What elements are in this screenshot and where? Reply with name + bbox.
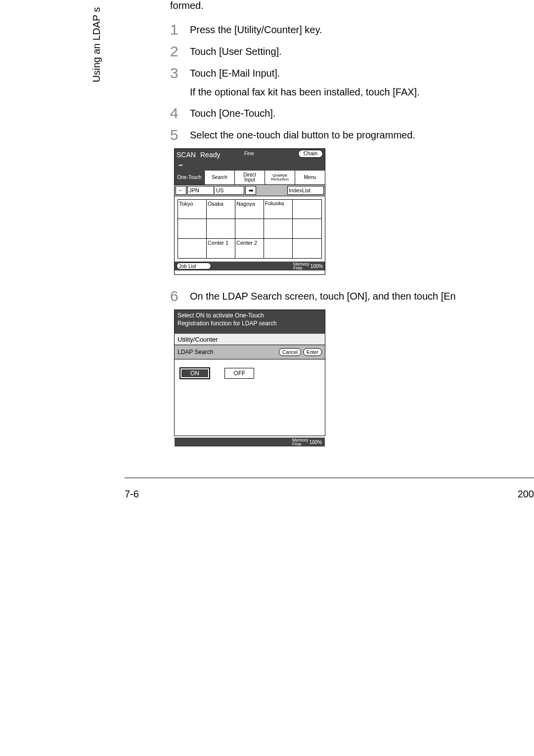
- step-text: On the LDAP Search screen, touch [ON], a…: [190, 288, 456, 302]
- one-touch-cell[interactable]: [235, 219, 264, 238]
- memory-free-value: 100%: [310, 264, 323, 269]
- tab-quality-reduction[interactable]: Quality& Reduction: [265, 171, 295, 184]
- tab-search[interactable]: Search: [205, 171, 235, 184]
- dash-indicator: –: [178, 161, 183, 170]
- tab-one-touch[interactable]: One-Touch: [175, 171, 205, 184]
- step-number: 6: [170, 288, 190, 305]
- one-touch-cell[interactable]: [264, 219, 293, 238]
- one-touch-cell[interactable]: Nagoya: [235, 200, 264, 219]
- utility-counter-label: Utility/Counter: [175, 334, 325, 345]
- footer-rule: [125, 478, 534, 478]
- memory-free-label: Memory Free: [292, 438, 309, 446]
- step-text: Touch [One-Touch].: [190, 105, 275, 119]
- enter-button[interactable]: Enter: [303, 348, 322, 356]
- step-number: 1: [170, 21, 190, 38]
- one-touch-cell[interactable]: Osaka: [207, 200, 235, 219]
- dialog-message-line1: Select ON to activate One-Touch: [178, 312, 322, 320]
- arrow-right-icon[interactable]: ➡: [245, 186, 256, 195]
- step-3: 3 Touch [E-Mail Input].: [170, 65, 534, 82]
- tab-menu[interactable]: Menu: [295, 171, 325, 184]
- index-list-button[interactable]: IndexList: [287, 186, 324, 195]
- memory-free-value: 100%: [309, 440, 322, 445]
- one-touch-cell[interactable]: Center 2: [235, 239, 264, 258]
- step-number: 5: [170, 127, 190, 143]
- ready-label: Ready: [200, 151, 220, 159]
- one-touch-cell[interactable]: [178, 239, 207, 258]
- arrow-left-icon[interactable]: ←: [176, 186, 186, 195]
- step-text: Touch [E-Mail Input].: [190, 65, 280, 79]
- on-button[interactable]: ON: [179, 367, 210, 379]
- one-touch-cell[interactable]: [293, 200, 321, 219]
- step-text: Select the one-touch dial button to be p…: [190, 127, 415, 141]
- dialog-message-line2: Registration function for LDAP search: [178, 320, 322, 328]
- one-touch-grid: Tokyo Osaka Nagoya Fukuoka Center 1 Cent…: [178, 199, 322, 259]
- step-6: 6 On the LDAP Search screen, touch [ON],…: [170, 288, 534, 305]
- chain-button[interactable]: Chain: [298, 150, 323, 158]
- page-number-left: 7-6: [125, 489, 139, 500]
- one-touch-cell[interactable]: Center 1: [207, 239, 235, 258]
- off-button[interactable]: OFF: [224, 368, 254, 379]
- step-number: 2: [170, 43, 190, 60]
- index-jpn-button[interactable]: JPN: [187, 186, 214, 195]
- one-touch-cell[interactable]: [264, 239, 293, 258]
- one-touch-cell[interactable]: [178, 219, 207, 238]
- page-number-right: 200: [518, 489, 534, 500]
- screenshot-ldap-search: Select ON to activate One-Touch Registra…: [174, 310, 325, 436]
- tab-direct-input[interactable]: Direct Input: [235, 171, 265, 184]
- step-text: Press the [Utility/Counter] key.: [190, 21, 322, 36]
- step-2: 2 Touch [User Setting].: [170, 43, 534, 60]
- step-number: 4: [170, 105, 190, 122]
- intro-cutoff: formed.: [170, 0, 534, 11]
- one-touch-cell[interactable]: [293, 219, 321, 238]
- index-us-button[interactable]: US: [215, 186, 244, 195]
- one-touch-cell[interactable]: Fukuoka: [264, 200, 293, 219]
- step-4: 4 Touch [One-Touch].: [170, 105, 534, 122]
- step-5: 5 Select the one-touch dial button to be…: [170, 127, 534, 143]
- step-text: Touch [User Setting].: [190, 43, 282, 57]
- side-heading: Using an LDAP s: [91, 0, 103, 89]
- one-touch-cell[interactable]: [207, 219, 235, 238]
- step-1: 1 Press the [Utility/Counter] key.: [170, 21, 534, 38]
- step-number: 3: [170, 65, 190, 82]
- fine-label: Fine: [244, 151, 254, 156]
- cancel-button[interactable]: Cancel: [279, 348, 301, 356]
- scan-label: SCAN: [177, 151, 196, 159]
- job-list-button[interactable]: Job List: [177, 263, 211, 269]
- memory-free-label: Memory Free: [293, 262, 310, 270]
- one-touch-cell[interactable]: [293, 239, 321, 258]
- step-3-sub: If the optional fax kit has been install…: [190, 87, 534, 98]
- ldap-search-label: LDAP Search: [178, 349, 277, 356]
- one-touch-cell[interactable]: Tokyo: [178, 200, 207, 219]
- screenshot-one-touch: SCAN Ready Fine Chain – One-Touch Search…: [174, 148, 325, 275]
